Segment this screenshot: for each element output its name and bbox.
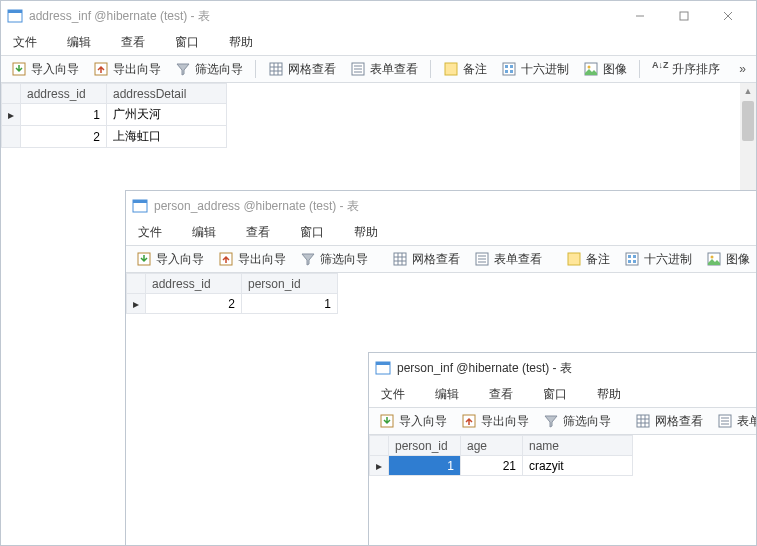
row-pointer: ▸ <box>127 294 146 314</box>
image-icon <box>706 251 722 267</box>
filter-wizard-button[interactable]: 筛选向导 <box>537 411 617 432</box>
cell-age[interactable]: 21 <box>461 456 523 476</box>
sort-button[interactable]: A↓Z升序排序 <box>646 59 726 80</box>
hex-button[interactable]: 十六进制 <box>618 249 698 270</box>
svg-point-24 <box>588 66 591 69</box>
menu-file[interactable]: 文件 <box>9 32 41 53</box>
menu-window[interactable]: 窗口 <box>296 222 328 243</box>
menu-help[interactable]: 帮助 <box>593 384 625 405</box>
funnel-icon <box>175 61 191 77</box>
svg-rect-41 <box>633 255 636 258</box>
svg-rect-40 <box>628 255 631 258</box>
svg-rect-42 <box>628 260 631 263</box>
scroll-thumb[interactable] <box>742 101 754 141</box>
svg-rect-50 <box>637 415 649 427</box>
col-person-id[interactable]: person_id <box>389 436 461 456</box>
menu-view[interactable]: 查看 <box>242 222 274 243</box>
svg-rect-38 <box>568 253 580 265</box>
cell-address-id[interactable]: 2 <box>21 126 107 148</box>
svg-rect-18 <box>503 63 515 75</box>
data-grid[interactable]: person_id age name ▸ 1 21 crazyit <box>369 435 633 476</box>
svg-rect-8 <box>270 63 282 75</box>
note-icon <box>443 61 459 77</box>
col-person-id[interactable]: person_id <box>242 274 338 294</box>
cell-person-id[interactable]: 1 <box>389 456 461 476</box>
col-age[interactable]: age <box>461 436 523 456</box>
image-button[interactable]: 图像 <box>577 59 633 80</box>
toolbar: 导入向导 导出向导 筛选向导 网格查看 表单查看 <box>369 407 756 435</box>
close-button[interactable] <box>706 2 750 30</box>
form-view-button[interactable]: 表单查看 <box>468 249 548 270</box>
cell-person-id[interactable]: 1 <box>242 294 338 314</box>
export-wizard-button[interactable]: 导出向导 <box>455 411 535 432</box>
titlebar: address_inf @hibernate (test) - 表 <box>1 1 756 31</box>
form-view-button[interactable]: 表单查看 <box>344 59 424 80</box>
menu-help[interactable]: 帮助 <box>225 32 257 53</box>
import-wizard-button[interactable]: 导入向导 <box>130 249 210 270</box>
row-header-corner <box>127 274 146 294</box>
filter-wizard-button[interactable]: 筛选向导 <box>169 59 249 80</box>
table-row: ▸ 1 广州天河 <box>2 104 227 126</box>
col-address-id[interactable]: address_id <box>21 84 107 104</box>
import-wizard-button[interactable]: 导入向导 <box>373 411 453 432</box>
svg-rect-19 <box>505 65 508 68</box>
hex-button[interactable]: 十六进制 <box>495 59 575 80</box>
svg-rect-17 <box>445 63 457 75</box>
svg-rect-20 <box>510 65 513 68</box>
funnel-icon <box>300 251 316 267</box>
export-wizard-button[interactable]: 导出向导 <box>87 59 167 80</box>
cell-address-id[interactable]: 2 <box>146 294 242 314</box>
maximize-button[interactable] <box>662 2 706 30</box>
cell-name[interactable]: crazyit <box>523 456 633 476</box>
menu-edit[interactable]: 编辑 <box>63 32 95 53</box>
table-row: ▸ 1 21 crazyit <box>370 456 633 476</box>
menubar: 文件 编辑 查看 窗口 帮助 <box>1 31 756 55</box>
cell-address-id[interactable]: 1 <box>21 104 107 126</box>
hex-icon <box>624 251 640 267</box>
menu-file[interactable]: 文件 <box>377 384 409 405</box>
data-grid[interactable]: address_id person_id ▸ 2 1 <box>126 273 338 314</box>
toolbar: 导入向导 导出向导 筛选向导 网格查看 表单查看 备注 十六进制 图像 » <box>126 245 756 273</box>
row-pointer: ▸ <box>370 456 389 476</box>
app-icon <box>7 8 23 24</box>
grid-view-button[interactable]: 网格查看 <box>262 59 342 80</box>
row-header-corner <box>370 436 389 456</box>
image-button[interactable]: 图像 <box>700 249 756 270</box>
minimize-button[interactable] <box>618 2 662 30</box>
grid-view-button[interactable]: 网格查看 <box>629 411 709 432</box>
note-button[interactable]: 备注 <box>437 59 493 80</box>
col-name[interactable]: name <box>523 436 633 456</box>
menu-window[interactable]: 窗口 <box>539 384 571 405</box>
note-button[interactable]: 备注 <box>560 249 616 270</box>
menu-edit[interactable]: 编辑 <box>431 384 463 405</box>
svg-rect-22 <box>510 70 513 73</box>
grid-view-button[interactable]: 网格查看 <box>386 249 466 270</box>
cell-address-detail[interactable]: 上海虹口 <box>107 126 227 148</box>
data-grid[interactable]: address_id addressDetail ▸ 1 广州天河 2 上海虹口 <box>1 83 227 148</box>
menu-file[interactable]: 文件 <box>134 222 166 243</box>
menu-view[interactable]: 查看 <box>485 384 517 405</box>
note-icon <box>566 251 582 267</box>
import-wizard-button[interactable]: 导入向导 <box>5 59 85 80</box>
menu-window[interactable]: 窗口 <box>171 32 203 53</box>
menu-view[interactable]: 查看 <box>117 32 149 53</box>
form-view-button[interactable]: 表单查看 <box>711 411 756 432</box>
export-wizard-button[interactable]: 导出向导 <box>212 249 292 270</box>
window-title: address_inf @hibernate (test) - 表 <box>29 8 210 25</box>
filter-wizard-button[interactable]: 筛选向导 <box>294 249 374 270</box>
hex-icon <box>501 61 517 77</box>
row-pointer: ▸ <box>2 104 21 126</box>
svg-rect-26 <box>133 200 147 203</box>
svg-rect-43 <box>633 260 636 263</box>
menu-edit[interactable]: 编辑 <box>188 222 220 243</box>
svg-point-45 <box>711 256 714 259</box>
col-address-id[interactable]: address_id <box>146 274 242 294</box>
cell-address-detail[interactable]: 广州天河 <box>107 104 227 126</box>
scroll-up-icon[interactable]: ▲ <box>740 83 756 99</box>
toolbar-overflow[interactable]: » <box>733 62 752 76</box>
svg-rect-1 <box>8 10 22 13</box>
grid-area: person_id age name ▸ 1 21 crazyit <box>369 435 756 545</box>
col-address-detail[interactable]: addressDetail <box>107 84 227 104</box>
window-title: person_inf @hibernate (test) - 表 <box>397 360 572 377</box>
menu-help[interactable]: 帮助 <box>350 222 382 243</box>
